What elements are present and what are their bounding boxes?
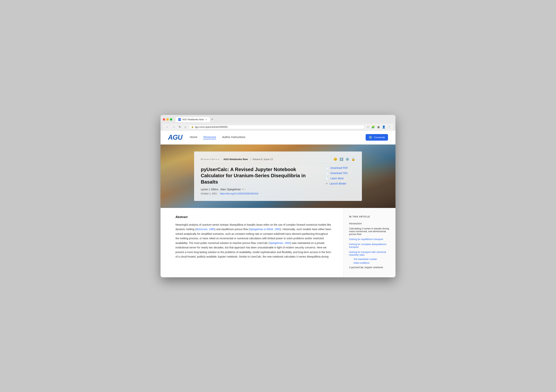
abstract-text: Meaningful analysis of uranium-series is…	[176, 222, 332, 259]
nav-showcase[interactable]: Showcase	[203, 135, 216, 139]
card-body: pyUserCalc: A Revised Jupyter Notebook C…	[201, 166, 355, 195]
back-button[interactable]: ←	[165, 125, 170, 129]
curvenote-label: Curvenote	[374, 136, 385, 139]
article-type-label: Research Article	[201, 158, 220, 160]
curvenote-button[interactable]: ⚙️ Curvenote	[366, 134, 388, 141]
authors-text: Lynne J. Elkins , Marc Spiegelman	[201, 188, 241, 191]
toc-item-equilibrium: Solving for equilibrium transport	[349, 237, 390, 242]
curvenote-logo-icon: ⚙️	[369, 136, 372, 139]
toc-pyusercalc-link[interactable]: A pyUserCalc Jupyter notebook	[349, 266, 383, 269]
nav-home[interactable]: Home	[190, 135, 197, 139]
tex-icon: 📄	[325, 172, 329, 174]
article-date-doi: October 1, 2021 · · https://doi.org/10.1…	[201, 192, 318, 195]
email-icon: ✉	[242, 188, 244, 191]
tab-title: AGU Notebooks Now	[182, 118, 204, 121]
abstract-heading: Abstract	[176, 215, 332, 219]
journal-name: AGU Notebooks Now	[223, 158, 248, 161]
toc-item-reactivity: Solving for transport with chemical reac…	[349, 250, 390, 257]
browser-chrome: AGU AGU Notebooks Now ✕ + ← → ↻ ⌂ 🔒 agu.…	[161, 115, 395, 131]
maximize-button[interactable]	[170, 118, 172, 121]
spiegelman-link[interactable]: Spiegelman & Elliott, 1993	[250, 228, 280, 231]
article-meta-row: Research Article / AGU Notebooks Now | V…	[201, 157, 355, 163]
article-info: pyUserCalc: A Revised Jupyter Notebook C…	[201, 166, 318, 195]
mckenzie-link[interactable]: McKenzie, 1985	[196, 228, 215, 231]
site-nav: AGU Home Showcase Author Instructions ⚙️…	[161, 131, 395, 145]
authors-line: Lynne J. Elkins , Marc Spiegelman ✉ ●	[201, 188, 318, 191]
author-icons: ✉ ●	[242, 188, 246, 191]
download-pdf-label: Download PDF	[330, 166, 348, 169]
refresh-button[interactable]: ↻	[178, 125, 182, 129]
settings-icon[interactable]: ⚙️	[346, 157, 349, 161]
usercalc-link[interactable]: Spiegelman, 2000	[270, 242, 291, 244]
toc-item-useries: Calculating U-series in basalts during m…	[349, 226, 390, 237]
binder-icon: ↗	[325, 182, 328, 185]
lock-icon: 🔒	[351, 157, 355, 161]
journal-divider: |	[250, 157, 251, 161]
pdf-icon: 📄	[325, 166, 329, 169]
tab-bar: AGU AGU Notebooks Now ✕ +	[176, 117, 215, 122]
toc-equilibrium-link[interactable]: Solving for equilibrium transport	[349, 238, 383, 241]
menu-icon[interactable]: ⋮	[387, 125, 391, 129]
tab-close-button[interactable]: ✕	[205, 118, 207, 121]
article-body: Abstract Meaningful analysis of uranium-…	[161, 208, 395, 277]
learn-more-label: Learn More	[330, 177, 344, 180]
page-content: AGU Home Showcase Author Instructions ⚙️…	[161, 131, 395, 277]
security-icon: 🔒	[191, 126, 194, 128]
share-icon[interactable]: 😊	[333, 157, 337, 161]
download-pdf-link[interactable]: 📄 Download PDF	[325, 166, 355, 169]
toc-initial-link[interactable]: Initial conditions	[351, 261, 369, 265]
nav-links: Home Showcase Author Instructions	[190, 135, 245, 139]
download-tex-label: Download TEX	[330, 172, 348, 174]
toc-heading: IN THIS ARTICLE	[349, 215, 390, 218]
toc-list: Introduction Calculating U-series in bas…	[349, 221, 390, 270]
article-card: Research Article / AGU Notebooks Now | V…	[194, 151, 362, 201]
toc-item-introduction: Introduction	[349, 221, 390, 226]
nav-author-instructions[interactable]: Author Instructions	[222, 135, 245, 139]
toc-disequilibrium-link[interactable]: Solving for complete disequilibrium tran…	[349, 243, 386, 248]
launch-binder-link[interactable]: ↗ Launch Binder	[325, 182, 355, 185]
home-button[interactable]: ⌂	[184, 125, 187, 129]
url-display: agu.curve.space/articles/NN0002	[195, 126, 363, 128]
learn-more-icon: 📄	[325, 177, 329, 180]
toc-introduction-link[interactable]: Introduction	[349, 222, 362, 225]
toc-item-damkohler: The Damköhler number	[349, 257, 390, 261]
toc-useries-link[interactable]: Calculating U-series in basalts during m…	[349, 227, 389, 235]
toolbar-icons: ☆ 🧩 ▣ 👤 ⋮	[366, 125, 391, 129]
tab-favicon: AGU	[178, 118, 181, 121]
active-tab[interactable]: AGU AGU Notebooks Now ✕	[176, 117, 210, 122]
agu-logo: AGU	[168, 133, 182, 141]
download-tex-link[interactable]: 📄 Download TEX	[325, 172, 355, 174]
orcid-icon: ●	[244, 188, 246, 191]
new-tab-button[interactable]: +	[210, 117, 215, 122]
card-inner: Research Article / AGU Notebooks Now | V…	[201, 157, 355, 195]
toc-reactivity-link[interactable]: Solving for transport with chemical reac…	[349, 251, 386, 256]
toc-item-disequilibrium: Solving for complete disequilibrium tran…	[349, 242, 390, 250]
extensions-icon[interactable]: 🧩	[371, 125, 375, 129]
profile-icon[interactable]: 👤	[382, 125, 386, 129]
address-bar[interactable]: 🔒 agu.curve.space/articles/NN0002	[189, 125, 365, 129]
meta-divider: /	[221, 157, 222, 161]
browser-toolbar: ← → ↻ ⌂ 🔒 agu.curve.space/articles/NN000…	[163, 124, 393, 131]
article-main-content: Abstract Meaningful analysis of uranium-…	[161, 208, 343, 277]
split-view-icon[interactable]: ▣	[377, 125, 380, 129]
info-icon[interactable]: ℹ️	[340, 157, 343, 161]
article-title: pyUserCalc: A Revised Jupyter Notebook C…	[201, 166, 318, 185]
traffic-lights	[163, 118, 172, 121]
hero-section: Research Article / AGU Notebooks Now | V…	[161, 145, 395, 208]
toc-item-initial: Initial conditions	[349, 261, 390, 265]
article-actions: 📄 Download PDF 📄 Download TEX 📄 Learn Mo…	[325, 166, 355, 195]
bookmark-icon[interactable]: ☆	[366, 125, 370, 129]
minimize-button[interactable]	[166, 118, 169, 121]
browser-window: AGU AGU Notebooks Now ✕ + ← → ↻ ⌂ 🔒 agu.…	[161, 115, 395, 277]
forward-button[interactable]: →	[171, 125, 176, 129]
meta-action-icons: 😊 ℹ️ ⚙️ 🔒	[333, 157, 355, 161]
nav-right: ⚙️ Curvenote	[366, 134, 388, 141]
toc-damkohler-link[interactable]: The Damköhler number	[351, 257, 377, 261]
close-button[interactable]	[163, 118, 165, 121]
doi-link[interactable]: · https://doi.org/10.1029/2020EA001619	[219, 192, 258, 195]
toc-item-pyusercalc: A pyUserCalc Jupyter notebook	[349, 265, 390, 270]
learn-more-link[interactable]: 📄 Learn More	[325, 177, 355, 180]
browser-titlebar: AGU AGU Notebooks Now ✕ +	[163, 117, 393, 122]
volume-issue: Volume 8, Issue 12	[252, 158, 273, 161]
launch-binder-label: Launch Binder	[330, 182, 346, 185]
